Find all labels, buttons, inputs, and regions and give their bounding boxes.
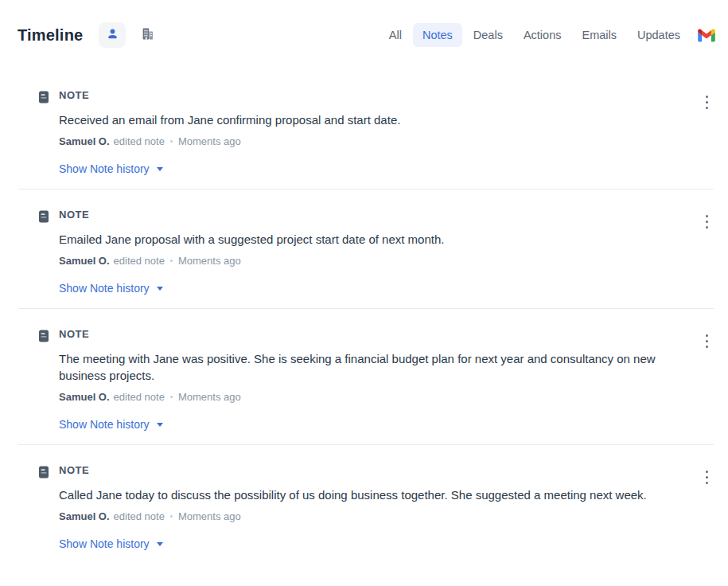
company-view-button[interactable] — [134, 22, 161, 48]
note-icon — [37, 91, 50, 176]
note-type-label: NOTE — [59, 89, 678, 101]
chevron-down-icon — [157, 287, 163, 291]
person-icon — [107, 28, 119, 42]
note-type-label: NOTE — [59, 464, 678, 476]
note-type-label: NOTE — [59, 209, 678, 221]
filter-tabs: All Notes Deals Actions Emails Updates — [380, 23, 690, 47]
show-note-history-link[interactable]: Show Note history — [59, 418, 163, 431]
note-author: Samuel O. — [59, 391, 110, 403]
page-title: Timeline — [18, 26, 83, 45]
header: Timeline — [0, 0, 728, 49]
note-meta: Samuel O. edited note Moments ago — [59, 391, 678, 403]
note-icon — [37, 330, 50, 432]
note-timestamp: Moments ago — [178, 391, 241, 403]
note-action: edited note — [114, 391, 165, 403]
note-author: Samuel O. — [59, 255, 110, 267]
show-note-history-link[interactable]: Show Note history — [59, 282, 163, 295]
entry-menu-button[interactable] — [699, 334, 714, 352]
chevron-down-icon — [157, 167, 163, 171]
show-note-history-label: Show Note history — [59, 282, 150, 295]
note-author: Samuel O. — [59, 135, 110, 147]
header-left: Timeline — [18, 22, 161, 48]
kebab-icon — [706, 334, 708, 352]
show-note-history-link[interactable]: Show Note history — [59, 537, 163, 550]
note-link-row: Show Note history — [59, 162, 678, 176]
dot-separator — [170, 260, 173, 262]
note-body-text: The meeting with Jane was positive. She … — [59, 350, 678, 384]
tab-notes[interactable]: Notes — [413, 23, 462, 47]
note-body-text: Received an email from Jane confirming p… — [59, 111, 678, 128]
entry-menu-button[interactable] — [699, 215, 714, 232]
note-link-row: Show Note history — [59, 537, 678, 551]
note-body-text: Called Jane today to discuss the possibi… — [59, 486, 678, 503]
contact-view-button[interactable] — [99, 22, 126, 48]
note-type-label: NOTE — [59, 328, 678, 340]
show-note-history-label: Show Note history — [59, 162, 150, 175]
timeline-entry: NOTE Emailed Jane proposal with a sugges… — [18, 189, 714, 308]
note-author: Samuel O. — [59, 510, 110, 522]
timeline-entry: NOTE The meeting with Jane was positive.… — [18, 308, 714, 444]
note-meta: Samuel O. edited note Moments ago — [59, 135, 678, 147]
dot-separator — [170, 396, 173, 398]
note-content: NOTE Received an email from Jane confirm… — [59, 89, 691, 176]
note-body-text: Emailed Jane proposal with a suggested p… — [59, 231, 678, 248]
note-action: edited note — [114, 510, 165, 522]
timeline-list: NOTE Received an email from Jane confirm… — [0, 49, 728, 564]
note-timestamp: Moments ago — [178, 255, 241, 267]
note-icon — [37, 210, 50, 295]
gmail-icon[interactable] — [698, 28, 715, 42]
note-content: NOTE The meeting with Jane was positive.… — [59, 328, 691, 432]
note-link-row: Show Note history — [59, 281, 678, 295]
timeline-entry: NOTE Called Jane today to discuss the po… — [18, 444, 714, 564]
tab-deals[interactable]: Deals — [464, 23, 512, 47]
tab-all[interactable]: All — [380, 23, 411, 47]
tab-actions[interactable]: Actions — [514, 23, 571, 47]
view-toggle — [99, 22, 161, 48]
note-meta: Samuel O. edited note Moments ago — [59, 510, 678, 522]
chevron-down-icon — [157, 542, 163, 546]
note-timestamp: Moments ago — [178, 510, 241, 522]
header-right: All Notes Deals Actions Emails Updates — [380, 23, 715, 47]
tab-updates[interactable]: Updates — [628, 23, 690, 47]
note-content: NOTE Emailed Jane proposal with a sugges… — [59, 209, 691, 295]
chevron-down-icon — [157, 423, 163, 427]
note-timestamp: Moments ago — [178, 135, 241, 147]
note-meta: Samuel O. edited note Moments ago — [59, 255, 678, 267]
building-icon — [141, 27, 154, 43]
tab-emails[interactable]: Emails — [572, 23, 626, 47]
timeline-entry: NOTE Received an email from Jane confirm… — [18, 70, 714, 189]
show-note-history-label: Show Note history — [59, 537, 150, 550]
show-note-history-link[interactable]: Show Note history — [59, 162, 163, 175]
show-note-history-label: Show Note history — [59, 418, 150, 431]
kebab-icon — [706, 96, 708, 113]
note-link-row: Show Note history — [59, 417, 678, 432]
dot-separator — [170, 515, 173, 518]
dot-separator — [170, 140, 173, 143]
note-content: NOTE Called Jane today to discuss the po… — [59, 464, 691, 551]
note-action: edited note — [114, 135, 165, 147]
note-action: edited note — [114, 255, 165, 267]
note-icon — [37, 466, 50, 551]
entry-menu-button[interactable] — [699, 96, 714, 113]
kebab-icon — [706, 215, 708, 232]
entry-menu-button[interactable] — [699, 471, 714, 488]
kebab-icon — [706, 471, 708, 488]
